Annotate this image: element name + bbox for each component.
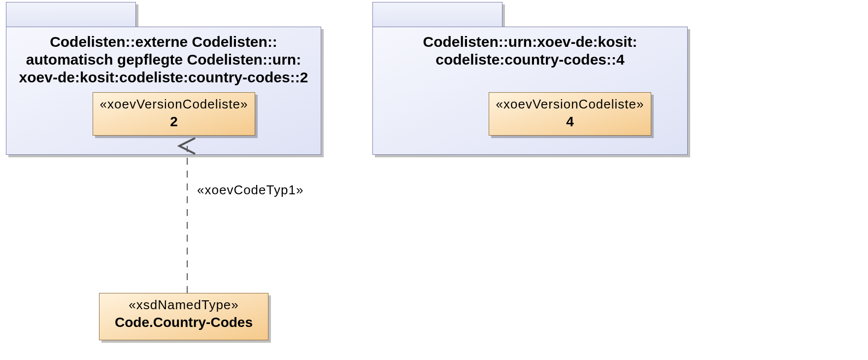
- package-title: Codelisten::urn:xoev-de:kosit: codeliste…: [373, 27, 687, 72]
- package-title-line: Codelisten::urn:xoev-de:kosit:: [377, 33, 683, 51]
- package-title-line: xoev-de:kosit:codeliste:country-codes::2: [10, 69, 317, 86]
- stereotype-label: «xoevVersionCodeliste»: [489, 97, 651, 112]
- class-name: Code.Country-Codes: [100, 315, 268, 330]
- package-title-line: automatisch gepflegte Codelisten::urn:: [10, 51, 317, 69]
- dependency-label: «xoevCodeTyp1»: [197, 182, 303, 198]
- version-codeliste-box-right: «xoevVersionCodeliste» 4: [489, 92, 651, 136]
- xsd-named-type-box: «xsdNamedType» Code.Country-Codes: [99, 293, 268, 340]
- package-tab: [6, 2, 136, 28]
- package-body: Codelisten::externe Codelisten:: automat…: [6, 27, 321, 155]
- package-title: Codelisten::externe Codelisten:: automat…: [6, 27, 321, 90]
- package-title-line: Codelisten::externe Codelisten::: [10, 33, 317, 51]
- version-codeliste-box-left: «xoevVersionCodeliste» 2: [93, 92, 255, 136]
- stereotype-label: «xoevVersionCodeliste»: [93, 97, 255, 112]
- package-title-line: codeliste:country-codes::4: [377, 51, 683, 69]
- stereotype-label: «xsdNamedType»: [100, 297, 268, 313]
- package-tab: [372, 2, 502, 28]
- class-name: 2: [93, 114, 255, 130]
- package-body: Codelisten::urn:xoev-de:kosit: codeliste…: [372, 27, 688, 155]
- class-name: 4: [489, 114, 651, 130]
